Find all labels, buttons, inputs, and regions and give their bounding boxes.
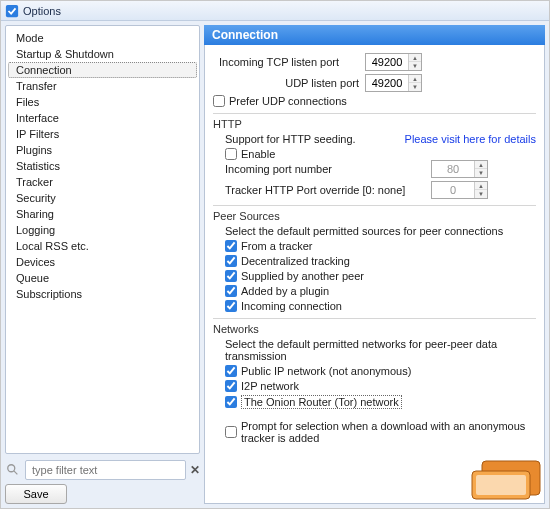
sidebar-item-startup-shutdown[interactable]: Startup & Shutdown	[8, 46, 197, 62]
chevron-up-icon[interactable]: ▲	[409, 75, 421, 83]
http-override-spinner[interactable]: ▲▼	[431, 181, 488, 199]
peer-source-checkbox[interactable]: Added by a plugin	[225, 285, 536, 297]
http-support-label: Support for HTTP seeding.	[225, 133, 356, 145]
clear-filter-icon[interactable]: ✕	[190, 463, 200, 477]
udp-port-label: UDP listen port	[219, 77, 359, 89]
peer-source-checkbox[interactable]: From a tracker	[225, 240, 536, 252]
tcp-port-label: Incoming TCP listen port	[219, 56, 359, 68]
tcp-port-spinner[interactable]: ▲▼	[365, 53, 422, 71]
http-port-spinner[interactable]: ▲▼	[431, 160, 488, 178]
filter-input[interactable]	[25, 460, 186, 480]
save-button[interactable]: Save	[5, 484, 67, 504]
svg-point-1	[8, 465, 15, 472]
sidebar-item-devices[interactable]: Devices	[8, 254, 197, 270]
prefer-udp-checkbox[interactable]: Prefer UDP connections	[213, 95, 536, 107]
titlebar: Options	[1, 1, 549, 21]
sidebar-item-plugins[interactable]: Plugins	[8, 142, 197, 158]
svg-line-2	[14, 471, 18, 475]
chevron-up-icon[interactable]: ▲	[475, 182, 487, 190]
http-details-link[interactable]: Please visit here for details	[405, 133, 536, 145]
options-window: Options ModeStartup & ShutdownConnection…	[0, 0, 550, 509]
sidebar-item-queue[interactable]: Queue	[8, 270, 197, 286]
peers-desc: Select the default permitted sources for…	[225, 225, 536, 237]
networks-desc: Select the default permitted networks fo…	[225, 338, 536, 362]
sidebar-item-statistics[interactable]: Statistics	[8, 158, 197, 174]
peer-source-checkbox[interactable]: Supplied by another peer	[225, 270, 536, 282]
udp-port-spinner[interactable]: ▲▼	[365, 74, 422, 92]
chevron-up-icon[interactable]: ▲	[409, 54, 421, 62]
sidebar-item-transfer[interactable]: Transfer	[8, 78, 197, 94]
sidebar-item-files[interactable]: Files	[8, 94, 197, 110]
http-port-label: Incoming port number	[225, 163, 425, 175]
svg-rect-0	[6, 4, 18, 16]
prompt-checkbox[interactable]: Prompt for selection when a download wit…	[225, 420, 536, 444]
peers-group-title: Peer Sources	[213, 210, 536, 222]
nav-tree: ModeStartup & ShutdownConnectionTransfer…	[5, 25, 200, 454]
sidebar-item-connection[interactable]: Connection	[8, 62, 197, 78]
http-enable-checkbox[interactable]: Enable	[225, 148, 536, 160]
sidebar-item-interface[interactable]: Interface	[8, 110, 197, 126]
window-title: Options	[23, 5, 61, 17]
sidebar-item-subscriptions[interactable]: Subscriptions	[8, 286, 197, 302]
network-checkbox[interactable]: The Onion Router (Tor) network	[225, 395, 536, 409]
sidebar-item-security[interactable]: Security	[8, 190, 197, 206]
http-override-label: Tracker HTTP Port override [0: none]	[225, 184, 425, 196]
peer-source-checkbox[interactable]: Incoming connection	[225, 300, 536, 312]
sidebar-item-mode[interactable]: Mode	[8, 30, 197, 46]
chevron-down-icon[interactable]: ▼	[475, 169, 487, 177]
chevron-down-icon[interactable]: ▼	[475, 190, 487, 198]
search-icon	[5, 462, 21, 478]
http-group-title: HTTP	[213, 118, 536, 130]
chevron-down-icon[interactable]: ▼	[409, 83, 421, 91]
peer-source-checkbox[interactable]: Decentralized tracking	[225, 255, 536, 267]
content-pane: Connection Incoming TCP listen port ▲▼ U…	[204, 25, 545, 504]
chevron-up-icon[interactable]: ▲	[475, 161, 487, 169]
sidebar: ModeStartup & ShutdownConnectionTransfer…	[5, 25, 200, 504]
sidebar-item-local-rss-etc-[interactable]: Local RSS etc.	[8, 238, 197, 254]
network-checkbox[interactable]: Public IP network (not anonymous)	[225, 365, 536, 377]
sidebar-item-ip-filters[interactable]: IP Filters	[8, 126, 197, 142]
sidebar-item-tracker[interactable]: Tracker	[8, 174, 197, 190]
network-checkbox[interactable]: I2P network	[225, 380, 536, 392]
chevron-down-icon[interactable]: ▼	[409, 62, 421, 70]
networks-group-title: Networks	[213, 323, 536, 335]
sidebar-item-sharing[interactable]: Sharing	[8, 206, 197, 222]
app-icon	[5, 4, 19, 18]
page-title: Connection	[204, 25, 545, 45]
sidebar-item-logging[interactable]: Logging	[8, 222, 197, 238]
